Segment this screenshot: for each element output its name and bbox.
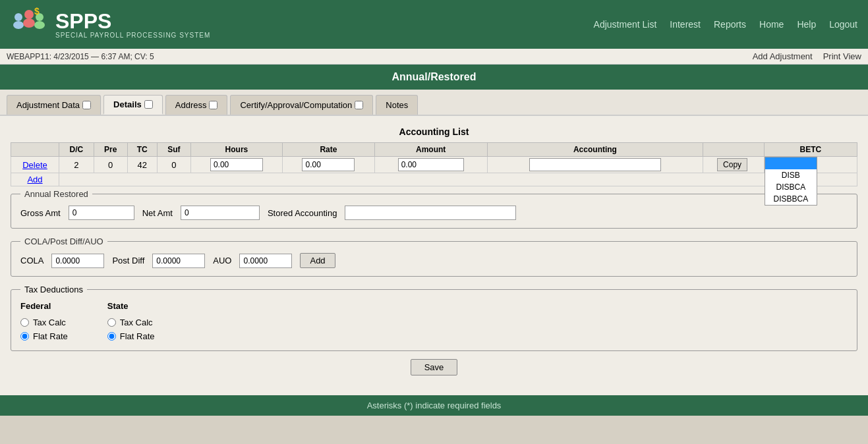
betc-option-disb[interactable]: DISB (765, 169, 817, 181)
nav-help[interactable]: Help (797, 19, 816, 30)
add-adjustment-link[interactable]: Add Adjustment (753, 51, 813, 61)
federal-flat-rate-row: Flat Rate (20, 331, 68, 341)
stored-accounting-label: Stored Accounting (268, 208, 337, 218)
cola-add-button[interactable]: Add (300, 253, 335, 268)
gross-amt-input[interactable] (69, 206, 134, 220)
cola-input[interactable] (51, 254, 104, 268)
nav-adjustment-list[interactable]: Adjustment List (594, 19, 657, 30)
sub-header-actions: Add Adjustment Print View (753, 51, 861, 61)
auo-input[interactable] (239, 254, 292, 268)
nav-reports[interactable]: Reports (714, 19, 746, 30)
betc-option-blank[interactable] (765, 157, 817, 169)
nav-links: Adjustment List Interest Reports Home He… (594, 19, 857, 30)
logo-area: $ SPPS SPECIAL PAYROLL PROCESSING SYSTEM (11, 5, 210, 43)
hours-input[interactable] (210, 158, 263, 171)
tabs-bar: Adjustment Data Details Address Certify/… (0, 90, 868, 116)
tab-notes-label: Notes (386, 100, 408, 110)
delete-cell: Delete (11, 157, 59, 173)
cola-legend: COLA/Post Diff/AUO (20, 236, 107, 246)
col-header-hours: Hours (190, 143, 283, 157)
cola-section: COLA/Post Diff/AUO COLA Post Diff AUO Ad… (11, 236, 857, 277)
state-tax-calc-row: Tax Calc (107, 318, 155, 327)
col-header-copy (703, 143, 765, 157)
state-tax-calc-label: Tax Calc (120, 318, 153, 327)
col-header-betc: BETC (764, 143, 857, 157)
tab-address-checkbox[interactable] (209, 101, 217, 109)
col-header-dc: D/C (59, 143, 94, 157)
federal-tax-calc-label: Tax Calc (33, 318, 66, 327)
tab-certify[interactable]: Certify/Approval/Computation (230, 95, 373, 115)
federal-title: Federal (20, 301, 68, 311)
nav-interest[interactable]: Interest (670, 19, 701, 30)
tab-notes[interactable]: Notes (376, 95, 418, 115)
footer-text: Asterisks (*) indicate required fields (367, 401, 502, 410)
post-diff-input[interactable] (152, 254, 205, 268)
betc-option-disbbca[interactable]: DISBBCA (765, 193, 817, 205)
add-cell: Add (11, 173, 59, 186)
amount-input[interactable] (398, 158, 464, 171)
footer: Asterisks (*) indicate required fields (0, 395, 868, 416)
state-flat-rate-radio[interactable] (107, 332, 116, 341)
state-col: State Tax Calc Flat Rate (107, 301, 155, 341)
page-title: Annual/Restored (0, 65, 868, 90)
svg-point-1 (13, 21, 24, 29)
col-header-amount: Amount (374, 143, 487, 157)
col-header-tc: TC (127, 143, 157, 157)
table-row: Delete 2 0 42 0 Copy (11, 157, 857, 173)
add-link[interactable]: Add (27, 175, 42, 184)
federal-tax-calc-radio[interactable] (20, 318, 29, 327)
rate-input[interactable] (302, 158, 355, 171)
tab-address[interactable]: Address (165, 95, 228, 115)
app-logo: $ (11, 5, 49, 43)
col-header-accounting: Accounting (487, 143, 703, 157)
federal-tax-calc-row: Tax Calc (20, 318, 68, 327)
stored-accounting-input[interactable] (345, 206, 516, 220)
save-button[interactable]: Save (411, 359, 458, 375)
auo-label: AUO (213, 256, 231, 265)
tab-adjustment-data[interactable]: Adjustment Data (7, 95, 101, 115)
tab-adjustment-data-checkbox[interactable] (82, 101, 91, 109)
print-view-link[interactable]: Print View (823, 51, 861, 61)
accounting-cell (487, 157, 703, 173)
tab-details[interactable]: Details (103, 95, 163, 115)
tab-certify-checkbox[interactable] (355, 101, 363, 109)
betc-dropdown[interactable]: DISB DISBCA DISBBCA (765, 157, 817, 206)
gross-amt-label: Gross Amt (20, 208, 61, 218)
annual-restored-section: Annual Restored Gross Amt Net Amt Stored… (11, 189, 857, 229)
col-header-pre: Pre (94, 143, 127, 157)
header: $ SPPS SPECIAL PAYROLL PROCESSING SYSTEM… (0, 0, 868, 49)
col-header-rate: Rate (283, 143, 375, 157)
svg-point-0 (14, 13, 22, 21)
federal-col: Federal Tax Calc Flat Rate (20, 301, 68, 341)
suf-cell: 0 (157, 157, 190, 173)
nav-home[interactable]: Home (759, 19, 784, 30)
dc-cell: 2 (59, 157, 94, 173)
version-text: WEBAPP11: 4/23/2015 — 6:37 AM; CV: 5 (7, 52, 154, 61)
tab-address-label: Address (175, 100, 207, 110)
svg-point-2 (24, 10, 34, 19)
nav-logout[interactable]: Logout (829, 19, 857, 30)
tab-details-checkbox[interactable] (144, 100, 153, 109)
federal-flat-rate-radio[interactable] (20, 332, 29, 341)
copy-button[interactable]: Copy (717, 158, 747, 171)
delete-link[interactable]: Delete (22, 160, 47, 170)
annual-restored-legend: Annual Restored (20, 189, 92, 199)
state-title: State (107, 301, 155, 311)
betc-option-disbca[interactable]: DISBCA (765, 181, 817, 193)
logo-text: SPPS SPECIAL PAYROLL PROCESSING SYSTEM (55, 11, 210, 39)
accounting-input[interactable] (529, 158, 661, 171)
state-flat-rate-row: Flat Rate (107, 331, 155, 341)
state-tax-calc-radio[interactable] (107, 318, 116, 327)
app-subtitle: SPECIAL PAYROLL PROCESSING SYSTEM (55, 32, 210, 39)
net-amt-input[interactable] (181, 206, 260, 220)
tax-deductions-section: Tax Deductions Federal Tax Calc Flat Rat… (11, 285, 857, 351)
main-content: Accounting List D/C Pre TC Suf Hours Rat… (0, 116, 868, 395)
hours-cell (190, 157, 283, 173)
post-diff-label: Post Diff (112, 256, 144, 265)
save-area: Save (11, 359, 857, 375)
annual-restored-row: Gross Amt Net Amt Stored Accounting (20, 206, 848, 220)
copy-cell: Copy (703, 157, 765, 173)
betc-cell: DISB DISBCA DISBBCA (764, 157, 857, 173)
accounting-list-title: Accounting List (11, 126, 857, 137)
sub-header: WEBAPP11: 4/23/2015 — 6:37 AM; CV: 5 Add… (0, 49, 868, 65)
